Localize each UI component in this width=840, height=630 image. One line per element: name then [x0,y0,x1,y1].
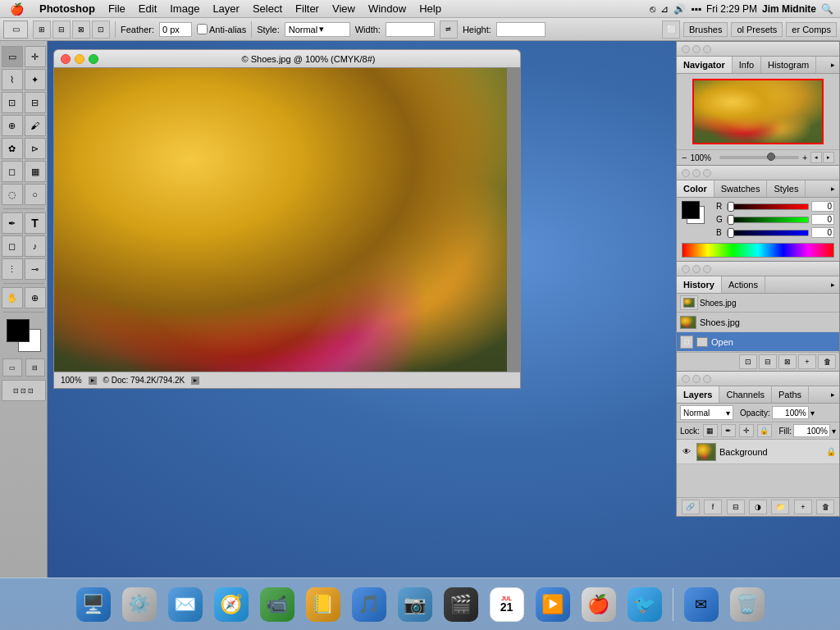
color-spectrum[interactable] [682,243,834,258]
swap-wh-btn[interactable]: ⇌ [440,21,458,39]
eyedropper-tool[interactable]: ⋮ [2,258,23,280]
notes-tool[interactable]: ♪ [25,235,46,257]
layer-item-background[interactable]: 👁 Background 🔒 [677,440,839,464]
layers-panel-close[interactable] [682,375,690,383]
move-tool[interactable]: ✛ [25,46,46,67]
measure-tool[interactable]: ⊸ [25,258,46,280]
layer-link-btn[interactable]: 🔗 [682,500,700,514]
history-btn-3[interactable]: ⊠ [778,354,797,369]
dock-quicktime[interactable]: ▶️ [532,583,574,626]
layer-adjust-btn[interactable]: ◑ [749,500,767,514]
zoom-tool[interactable]: ⊕ [25,287,46,308]
height-input[interactable] [496,22,546,37]
width-input[interactable] [386,22,435,37]
shape-tool[interactable]: ◻ [2,235,23,257]
color-panel-max[interactable] [703,169,711,177]
layers-panel-min[interactable] [692,375,701,383]
comps-tab-btn[interactable]: er Comps [786,22,837,37]
layer-group-btn[interactable]: 📁 [771,500,789,514]
magic-wand-tool[interactable]: ✦ [25,69,46,90]
b-slider[interactable] [727,230,809,236]
marquee-tool[interactable]: ▭ [2,46,23,67]
dock-finder[interactable]: 🖥️ [72,583,115,626]
history-panel-close[interactable] [682,265,690,273]
history-item-open[interactable]: ◻ Open [677,332,839,352]
zoom-in-btn[interactable]: + [802,153,807,162]
minimize-button[interactable] [75,54,84,64]
intersect-selection-btn[interactable]: ⊡ [92,21,110,39]
opacity-stepper[interactable]: ▾ [810,409,815,418]
dock-facetime[interactable]: 📹 [256,583,299,626]
lock-move-btn[interactable]: ✛ [739,424,754,437]
statusbar-arrow-btn[interactable]: ▸ [89,377,97,385]
gradient-tool[interactable]: ▦ [25,161,46,182]
r-value[interactable]: 0 [811,201,834,212]
dock-mail2[interactable]: ✉ [680,583,723,626]
history-btn-1[interactable]: ⊡ [739,354,757,369]
panel-close-btn[interactable] [682,45,690,53]
history-panel-min[interactable] [692,265,701,273]
swatches-tab[interactable]: Swatches [714,180,768,197]
file-menu[interactable]: File [102,0,132,18]
dock-itunes[interactable]: 🎵 [348,583,390,626]
statusbar-nav-btn[interactable]: ▸ [191,377,199,385]
layers-panel-max[interactable] [703,375,711,383]
eraser-tool[interactable]: ◻ [2,161,23,182]
panel-max-btn[interactable] [703,45,711,53]
history-btn-4[interactable]: + [798,354,816,369]
add-selection-btn[interactable]: ⊟ [52,21,71,39]
g-value[interactable]: 0 [811,214,834,225]
b-value[interactable]: 0 [811,227,834,238]
blend-mode-dropdown[interactable]: Normal ▾ [680,405,733,420]
dock-finalcut[interactable]: 🎬 [440,583,482,626]
navigator-expand-btn[interactable]: ▸ [826,57,839,73]
dock-addressbook[interactable]: 📒 [302,583,345,626]
anti-alias-checkbox[interactable] [197,24,208,34]
history-expand-btn[interactable]: ▸ [826,276,839,293]
feather-input[interactable] [159,22,192,37]
navigator-tab[interactable]: Navigator [677,57,733,73]
dock-syspreferences[interactable]: ⚙️ [118,583,161,626]
color-panel-min[interactable] [692,169,701,177]
fill-input[interactable]: 100% [793,424,830,437]
color-expand-btn[interactable]: ▸ [826,180,839,197]
history-panel-max[interactable] [703,265,711,273]
style-dropdown[interactable]: Normal ▾ [285,22,350,37]
apple-menu[interactable]: 🍎 [0,2,33,16]
pen-tool[interactable]: ✒ [2,212,23,234]
history-brush-tool[interactable]: ⊳ [25,138,46,159]
panel-icon-btn[interactable]: ⬜ [662,21,680,39]
nav-small-btn[interactable]: ◂ [810,152,822,163]
subtract-selection-btn[interactable]: ⊠ [72,21,90,39]
layer-new-btn[interactable]: + [794,500,812,514]
select-menu[interactable]: Select [246,0,289,18]
dock-safari[interactable]: 🧭 [210,583,253,626]
lock-all-btn[interactable]: 🔒 [757,424,772,437]
dock-iphoto[interactable]: 📷 [394,583,436,626]
lock-paint-btn[interactable]: ✒ [721,424,736,437]
window-menu[interactable]: Window [362,0,413,18]
close-button[interactable] [61,54,71,64]
view-menu[interactable]: View [326,0,362,18]
brush-tool[interactable]: 🖌 [25,115,46,136]
edit-menu[interactable]: Edit [132,0,163,18]
histogram-tab[interactable]: Histogram [761,57,816,73]
g-slider[interactable] [727,217,809,223]
channels-tab[interactable]: Channels [719,386,771,403]
standard-mode-btn[interactable]: ▭ [2,358,22,377]
crop-tool[interactable]: ⊡ [2,92,23,113]
select-tool-btn[interactable]: ▭ [3,21,28,39]
hand-tool[interactable]: ✋ [2,287,23,308]
opacity-input[interactable]: 100% [772,406,809,419]
foreground-swatch[interactable] [682,201,700,219]
spotlight-icon[interactable]: 🔍 [821,3,833,15]
paths-tab[interactable]: Paths [772,386,809,403]
help-menu[interactable]: Help [413,0,448,18]
panel-min-btn[interactable] [692,45,701,53]
dock-twitter[interactable]: 🐦 [623,583,666,626]
brushes-tab-btn[interactable]: Brushes [683,22,728,37]
history-btn-5[interactable]: 🗑 [818,354,836,369]
navigator-preview[interactable] [692,79,824,144]
color-tab[interactable]: Color [677,180,714,197]
foreground-color-swatch[interactable] [7,319,30,342]
